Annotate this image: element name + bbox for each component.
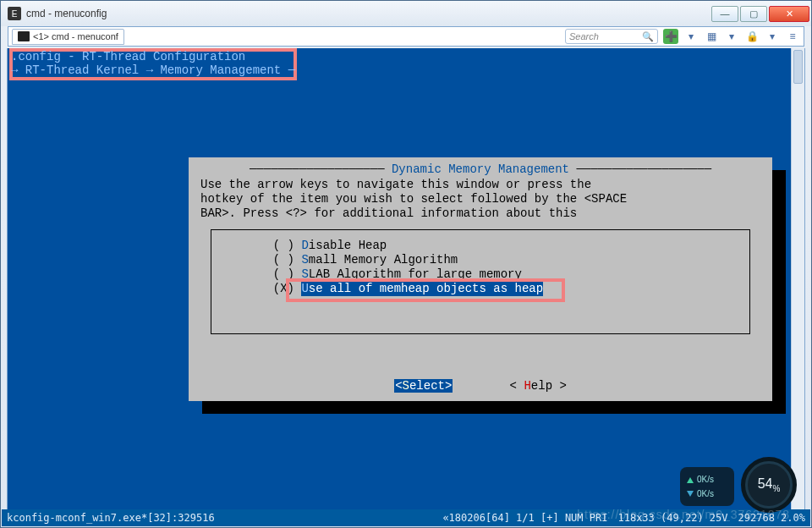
download-speed: 0K/s xyxy=(697,489,714,498)
close-button[interactable]: ✕ xyxy=(769,6,809,22)
scrollbar-thumb[interactable] xyxy=(793,50,803,84)
select-button[interactable]: <Select> xyxy=(394,379,453,393)
annotation-box-option xyxy=(286,278,565,302)
app-icon: E xyxy=(8,7,21,20)
new-tab-dropdown-icon[interactable]: ▾ xyxy=(683,29,699,44)
tab-cmd[interactable]: <1> cmd - menuconf xyxy=(12,29,124,45)
toolbar: Search 🔍 ➕ ▾ ▦ ▾ 🔒 ▾ ≡ xyxy=(565,29,800,44)
status-process: kconfig-mconf_win7.exe*[32]:329516 xyxy=(7,512,215,524)
minimize-button[interactable]: — xyxy=(711,6,738,22)
upload-icon xyxy=(687,476,694,483)
window-frame: E cmd - menuconfig — ▢ ✕ <1> cmd - menuc… xyxy=(0,0,812,528)
dialog-memory-management: ─────────────────── Dynamic Memory Manag… xyxy=(189,157,772,401)
titlebar[interactable]: E cmd - menuconfig — ▢ ✕ xyxy=(1,1,811,26)
menu-icon[interactable]: ≡ xyxy=(785,29,800,44)
gauge-suffix: % xyxy=(772,484,780,493)
help-button[interactable]: < Help > xyxy=(510,379,567,393)
maximize-button[interactable]: ▢ xyxy=(740,6,767,22)
watermark: https://blog.csdn.net/m0_37621078 xyxy=(577,508,790,521)
network-widget[interactable]: 0K/s 0K/s xyxy=(680,467,734,506)
search-placeholder: Search xyxy=(569,31,599,41)
tab-strip: <1> cmd - menuconf Search 🔍 ➕ ▾ ▦ ▾ 🔒 ▾ … xyxy=(8,26,804,47)
option-disable-heap[interactable]: ( ) Disable Heap xyxy=(223,239,738,253)
options-box: ( ) Disable Heap ( ) Small Memory Algori… xyxy=(211,229,750,334)
cpu-gauge[interactable]: 54% xyxy=(741,457,797,513)
tab-label: <1> cmd - menuconf xyxy=(33,31,118,41)
dialog-title: Dynamic Memory Management xyxy=(392,162,569,176)
search-icon: 🔍 xyxy=(642,31,654,42)
dialog-title-row: ─────────────────── Dynamic Memory Manag… xyxy=(200,162,760,176)
terminal-area: .config - RT-Thread Configuration → RT-T… xyxy=(7,48,805,510)
grid-button[interactable]: ▦ xyxy=(704,29,719,44)
console-icon xyxy=(18,31,30,41)
dialog-buttons: <Select> < Help > xyxy=(200,379,760,393)
lock-dropdown-icon[interactable]: ▾ xyxy=(765,29,780,44)
config-header: .config - RT-Thread Configuration → RT-T… xyxy=(11,50,295,77)
lock-icon[interactable]: 🔒 xyxy=(744,29,760,44)
option-small-memory[interactable]: ( ) Small Memory Algorithm xyxy=(223,253,738,267)
new-tab-button[interactable]: ➕ xyxy=(663,29,678,44)
terminal[interactable]: .config - RT-Thread Configuration → RT-T… xyxy=(8,48,804,509)
dialog-instructions: Use the arrow keys to navigate this wind… xyxy=(200,178,760,221)
gauge-value: 54 xyxy=(758,476,773,491)
download-icon xyxy=(687,491,694,498)
upload-speed: 0K/s xyxy=(697,475,714,484)
search-input[interactable]: Search 🔍 xyxy=(565,29,658,44)
window-buttons: — ▢ ✕ xyxy=(711,6,809,22)
grid-dropdown-icon[interactable]: ▾ xyxy=(724,29,739,44)
scrollbar[interactable] xyxy=(791,48,804,509)
window-title: cmd - menuconfig xyxy=(26,8,107,19)
